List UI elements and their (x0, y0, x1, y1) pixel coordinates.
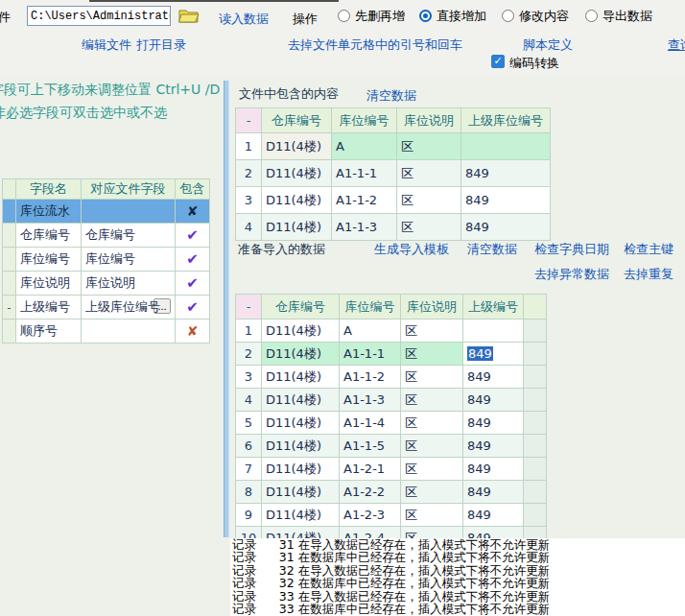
import-header-location[interactable]: 库位编号 (340, 295, 401, 320)
data-cell[interactable]: D11(4楼) (262, 412, 340, 435)
data-cell[interactable]: A1-2-1 (340, 458, 401, 481)
data-cell[interactable]: A1-2-2 (340, 481, 401, 504)
panel-splitter[interactable] (224, 81, 229, 537)
mapping-file-field-cell[interactable] (82, 200, 176, 224)
row-number[interactable]: 4 (236, 389, 262, 412)
data-cell[interactable]: D11(4楼) (262, 214, 332, 241)
data-cell[interactable]: A1-1-1 (332, 160, 397, 187)
file-header-parent[interactable]: 上级库位编号 (461, 108, 551, 133)
data-cell[interactable]: 区 (401, 481, 463, 504)
row-number[interactable]: 9 (236, 504, 262, 527)
data-cell[interactable]: 849 (463, 366, 524, 389)
check-dict-date-link[interactable]: 检查字典日期 (534, 241, 609, 258)
row-number[interactable]: 5 (236, 412, 262, 435)
mapping-field-cell[interactable]: 库位流水 (16, 200, 82, 224)
mapping-row-gutter[interactable] (3, 200, 16, 224)
data-cell[interactable]: D11(4楼) (262, 343, 340, 366)
row-number[interactable]: 1 (236, 320, 262, 343)
open-dir-link[interactable]: 打开目录 (136, 36, 186, 54)
data-cell[interactable]: 区 (397, 160, 461, 187)
strip-quotes-link[interactable]: 去掉文件单元格中的引号和回车 (288, 36, 462, 54)
file-gutter-header[interactable]: - (236, 108, 262, 133)
data-cell[interactable]: 849 (461, 214, 551, 241)
excluded-cross-icon[interactable]: ✘ (176, 200, 210, 224)
data-cell[interactable]: D11(4楼) (262, 389, 340, 412)
row-number[interactable]: 6 (236, 435, 262, 458)
mapping-file-field-cell[interactable]: 仓库编号 (82, 224, 176, 248)
data-cell[interactable]: 849 (463, 412, 524, 435)
row-number[interactable]: 2 (236, 160, 262, 187)
data-cell[interactable]: D11(4楼) (262, 504, 340, 527)
data-cell[interactable]: D11(4楼) (262, 435, 340, 458)
mapping-file-field-cell[interactable]: 库位编号 (82, 248, 176, 272)
mapping-file-field-cell[interactable] (82, 320, 176, 344)
read-data-link[interactable]: 读入数据 (219, 11, 269, 28)
data-cell[interactable]: D11(4楼) (262, 187, 332, 214)
data-cell[interactable]: A1-1-3 (340, 389, 401, 412)
data-cell[interactable]: 849 (463, 481, 524, 504)
data-cell[interactable]: 区 (401, 504, 463, 527)
data-cell[interactable]: D11(4楼) (262, 481, 340, 504)
row-number[interactable]: 4 (236, 214, 262, 241)
data-cell[interactable]: 区 (401, 343, 463, 366)
row-number[interactable]: 7 (236, 458, 262, 481)
data-cell[interactable]: A1-1-1 (340, 343, 401, 366)
radio-selected-icon[interactable] (419, 10, 432, 22)
mapping-file-field-cell[interactable]: 库位说明 (82, 272, 176, 296)
file-header-warehouse[interactable]: 仓库编号 (262, 108, 332, 133)
included-check-icon[interactable]: ✔ (176, 248, 210, 272)
edit-file-link[interactable]: 编辑文件 (82, 36, 131, 54)
mapping-header-field[interactable]: 字段名 (16, 179, 82, 200)
data-cell[interactable]: 849 (463, 435, 524, 458)
data-cell[interactable]: A1-1-2 (340, 366, 401, 389)
gen-template-link[interactable]: 生成导入模板 (374, 241, 449, 258)
mapping-field-cell[interactable]: 库位编号 (16, 248, 82, 272)
import-header-warehouse[interactable]: 仓库编号 (262, 295, 340, 320)
mapping-field-cell[interactable]: 仓库编号 (16, 224, 82, 248)
data-cell[interactable]: A (332, 133, 397, 160)
mapping-field-cell[interactable]: 上级编号 (16, 296, 82, 320)
data-cell[interactable] (463, 320, 524, 343)
data-cell[interactable]: 区 (397, 187, 461, 214)
data-cell[interactable]: A1-1-4 (340, 412, 401, 435)
data-cell[interactable]: 区 (401, 458, 463, 481)
mapping-row-gutter[interactable] (3, 224, 16, 248)
mapping-row-gutter[interactable] (3, 248, 16, 272)
data-cell[interactable]: 区 (401, 320, 463, 343)
row-number[interactable]: 3 (236, 366, 262, 389)
data-cell[interactable]: A (340, 320, 401, 343)
data-cell[interactable]: D11(4楼) (262, 160, 332, 187)
mapping-field-cell[interactable]: 顺序号 (16, 320, 82, 344)
row-number[interactable]: 8 (236, 481, 262, 504)
data-cell[interactable]: 849 (461, 160, 551, 187)
data-cell[interactable] (461, 133, 551, 160)
data-cell[interactable]: 区 (401, 412, 463, 435)
included-check-icon[interactable]: ✔ (176, 296, 210, 320)
mapping-row-gutter[interactable] (3, 272, 16, 296)
data-cell[interactable]: 849 (463, 504, 524, 527)
field-picker-button[interactable]: ... (154, 298, 171, 314)
import-header-parent[interactable]: 上级编号 (463, 295, 524, 320)
file-header-location[interactable]: 库位编号 (332, 108, 397, 133)
mapping-header-included[interactable]: 包含 (176, 179, 210, 200)
query-link[interactable]: 查询 (668, 36, 685, 54)
data-cell[interactable]: D11(4楼) (262, 458, 340, 481)
encoding-checkbox[interactable]: ✓ (491, 55, 505, 68)
data-cell[interactable]: 849 (463, 389, 524, 412)
mapping-field-cell[interactable]: 库位说明 (16, 272, 82, 296)
mode-radio-1[interactable]: 先删再增 (338, 9, 405, 23)
clear-file-data-link[interactable]: 清空数据 (366, 87, 416, 105)
row-number[interactable]: 2 (236, 343, 262, 366)
data-cell[interactable]: 区 (397, 214, 461, 241)
radio-icon[interactable] (502, 10, 514, 22)
excluded-cross-icon[interactable]: ✘ (176, 320, 210, 344)
data-cell[interactable]: A1-2-3 (340, 504, 401, 527)
mapping-header-file-field[interactable]: 对应文件字段 (82, 179, 176, 200)
row-number[interactable]: 1 (236, 133, 262, 160)
row-number[interactable]: 3 (236, 187, 262, 214)
radio-icon[interactable] (338, 10, 350, 22)
data-cell[interactable]: 849 (461, 187, 551, 214)
data-cell[interactable]: 区 (401, 435, 463, 458)
script-def-link[interactable]: 脚本定义 (523, 36, 573, 54)
import-header-desc[interactable]: 库位说明 (401, 295, 463, 320)
